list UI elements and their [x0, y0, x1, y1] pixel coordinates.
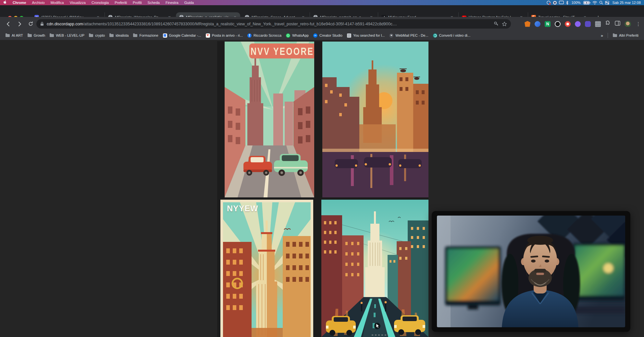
folder-icon: [50, 34, 54, 37]
menu-item-profili[interactable]: Profili: [130, 0, 145, 5]
bookmark-search-result[interactable]: You searched for l...: [345, 32, 387, 39]
battery-percent: 100%: [571, 0, 581, 5]
extensions-puzzle-icon[interactable]: [605, 20, 611, 27]
screen-recording-icon[interactable]: [547, 1, 551, 5]
poster-top-left: [225, 42, 314, 197]
poster-top-right: [322, 42, 428, 197]
facebook-icon: f: [247, 33, 252, 38]
n-extension-icon[interactable]: N: [545, 21, 551, 27]
metamask-icon[interactable]: [525, 21, 530, 27]
battery-icon: [583, 1, 590, 5]
control-center-icon[interactable]: [605, 1, 609, 5]
menu-item-modifica[interactable]: Modifica: [48, 0, 67, 5]
apple-menu[interactable]: [0, 0, 10, 6]
video-converter-icon: [433, 33, 437, 38]
menu-item-visualizza[interactable]: Visualizza: [67, 0, 89, 5]
bookmark-creator-studio[interactable]: ∞Creator Studio: [311, 32, 345, 39]
menu-item-preferiti[interactable]: Preferiti: [112, 0, 130, 5]
bookmark-folder[interactable]: Growth: [25, 32, 47, 38]
mouse-cursor: [373, 322, 381, 330]
url-domain: cdn.discordapp.com: [47, 22, 83, 26]
lock-icon: [40, 22, 44, 26]
poster-title-nyyew: NYYEW: [227, 204, 258, 213]
macos-menu-bar: Chrome Archivio Modifica Visualizza Cron…: [0, 0, 644, 5]
page-icon: [347, 33, 351, 38]
page-content: NVV YEOORE: [0, 40, 644, 337]
wifi-icon[interactable]: [592, 1, 597, 5]
bookmarks-overflow-chevron[interactable]: »: [599, 33, 605, 38]
grid-extension-icon[interactable]: [595, 21, 601, 27]
folder-icon: [613, 34, 617, 37]
purple-extension-icon[interactable]: [575, 21, 581, 27]
menu-clock[interactable]: Sab 25 mar 12:08: [611, 1, 641, 5]
menu-item-guida[interactable]: Guida: [181, 0, 197, 5]
profile-avatar[interactable]: [625, 21, 631, 27]
bookmark-gmail[interactable]: Posta in arrivo - ri...: [204, 32, 245, 39]
forward-button[interactable]: [15, 19, 24, 29]
bookmark-webmail-pec[interactable]: WebMail PEC - De...: [387, 32, 430, 39]
reload-button[interactable]: [26, 19, 35, 29]
menu-item-finestra[interactable]: Finestra: [163, 0, 181, 5]
folder-icon: [89, 34, 93, 37]
menu-item-chrome[interactable]: Chrome: [10, 0, 29, 5]
menu-item-cronologia[interactable]: Cronologia: [89, 0, 112, 5]
wave-extension-icon[interactable]: [535, 21, 540, 27]
bookmark-video-converter[interactable]: Converti i video di...: [431, 32, 473, 39]
extensions-row: N ⋮: [525, 19, 641, 29]
violet-extension-icon[interactable]: [585, 21, 591, 27]
display-icon[interactable]: [559, 1, 564, 5]
folder-icon: [133, 34, 137, 37]
bookmark-facebook[interactable]: fRiccardo Scrocca: [245, 32, 284, 39]
gmail-icon: [206, 33, 210, 38]
browser-toolbar: cdn.discordapp.com/attachments/101351233…: [0, 17, 644, 31]
bookmarks-bar: AI ART Growth WEB - LEVEL-UP crypto idea…: [0, 31, 644, 40]
key-icon[interactable]: [494, 21, 499, 26]
side-panel-icon[interactable]: [615, 21, 620, 27]
crosswalk-dashes: [372, 334, 389, 336]
spotlight-search-icon[interactable]: [599, 1, 603, 5]
bookmark-folder[interactable]: Formazione: [131, 32, 160, 38]
menu-item-scheda[interactable]: Scheda: [145, 0, 163, 5]
bookmark-folder[interactable]: idealista: [107, 32, 131, 38]
folder-icon: [28, 34, 32, 37]
poster-bottom-left: [220, 200, 313, 337]
bookmark-folder[interactable]: AI ART: [3, 32, 25, 38]
bookmark-google-calendar[interactable]: Google Calendar -...: [161, 32, 204, 39]
midjourney-grid-image: NVV YEOORE: [217, 41, 428, 337]
other-bookmarks-folder[interactable]: Altri Preferiti: [611, 32, 641, 38]
webmail-icon: [389, 33, 393, 38]
whatsapp-icon: [286, 33, 290, 38]
apple-icon: [3, 0, 7, 4]
back-button[interactable]: [4, 19, 13, 29]
bookmark-folder[interactable]: WEB - LEVEL-UP: [47, 32, 87, 38]
poster-bottom-right: [321, 200, 428, 337]
menu-item-archivio[interactable]: Archivio: [29, 0, 48, 5]
browser-menu-kebab-icon[interactable]: ⋮: [635, 21, 641, 27]
bookmark-folder[interactable]: crypto: [87, 32, 107, 38]
stop-circle-icon[interactable]: [553, 1, 557, 5]
address-bar[interactable]: cdn.discordapp.com/attachments/101351233…: [36, 19, 511, 29]
folder-icon: [6, 34, 10, 37]
presenter-webcam: [437, 216, 625, 327]
chrome-tab-strip: (2765) Discord | @Midjou × MRregista_Wat…: [0, 5, 644, 17]
screen: Chrome Archivio Modifica Visualizza Cron…: [0, 0, 644, 337]
bookmark-whatsapp[interactable]: WhatsApp: [284, 32, 311, 39]
url-path: /attachments/1013512335442333816/1089142…: [83, 22, 491, 26]
meta-icon: ∞: [313, 33, 317, 38]
folder-icon: [109, 34, 114, 37]
webcam-overlay: [432, 211, 630, 332]
poster-title-new-york: NVV YEOORE: [251, 45, 312, 57]
google-calendar-icon: [163, 33, 167, 38]
red-extension-icon[interactable]: [565, 21, 571, 27]
dark-circle-extension-icon[interactable]: [555, 21, 561, 27]
bluetooth-icon[interactable]: [566, 1, 569, 5]
bookmark-star-icon[interactable]: [502, 21, 507, 27]
